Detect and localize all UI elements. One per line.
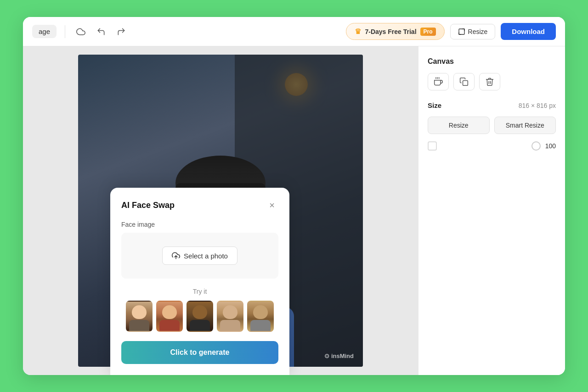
size-value: 816 × 816 px	[519, 102, 556, 109]
toolbar-divider	[65, 25, 65, 38]
size-row: Size 816 × 816 px	[428, 101, 556, 109]
resize-button[interactable]: Resize	[450, 24, 496, 39]
sample-face-3[interactable]	[187, 301, 213, 332]
photo-upload-area[interactable]: Select a photo	[121, 233, 278, 279]
watermark: ⊙ insMind	[324, 353, 354, 359]
main-content: ⊙ insMind AI Face Swap × Face image	[23, 46, 565, 375]
try-it-label: Try it	[121, 288, 278, 295]
modal-close-button[interactable]: ×	[266, 199, 278, 212]
crown-icon: ♛	[355, 27, 361, 36]
canvas-actions	[428, 73, 556, 90]
opacity-circle	[531, 141, 541, 151]
download-button[interactable]: Download	[501, 23, 556, 40]
trial-badge[interactable]: ♛ 7-Days Free Trial Pro	[346, 23, 444, 40]
sample-face-4[interactable]	[217, 301, 243, 332]
right-panel: Canvas	[418, 46, 565, 375]
upload-icon	[172, 252, 180, 260]
canvas-action-duplicate[interactable]	[453, 73, 475, 90]
save-cloud-button[interactable]	[74, 24, 88, 39]
opacity-control: 100	[428, 141, 556, 151]
opacity-value: 100	[545, 142, 556, 150]
size-label: Size	[428, 101, 441, 109]
sample-face-2[interactable]	[156, 301, 183, 332]
canvas-area: ⊙ insMind AI Face Swap × Face image	[23, 46, 418, 375]
sample-face-1[interactable]	[126, 301, 153, 332]
toolbar: age ♛ 7-Days Free Trial Pro	[23, 17, 565, 46]
redo-button[interactable]	[114, 24, 129, 39]
trial-text: 7-Days Free Trial	[365, 28, 416, 35]
resize-option-button[interactable]: Resize	[428, 117, 490, 134]
svg-rect-23	[463, 81, 468, 86]
sample-faces	[121, 301, 278, 332]
canvas-action-pin[interactable]	[428, 73, 449, 90]
undo-button[interactable]	[94, 24, 108, 39]
modal-title: AI Face Swap	[121, 201, 175, 210]
checkbox[interactable]	[428, 141, 437, 151]
generate-button[interactable]: Click to generate	[121, 341, 278, 364]
pro-label: Pro	[420, 28, 436, 36]
face-image-label: Face image	[121, 221, 278, 228]
modal-header: AI Face Swap ×	[121, 199, 278, 212]
canvas-section-title: Canvas	[428, 57, 556, 66]
select-photo-button[interactable]: Select a photo	[162, 246, 237, 265]
ai-face-swap-modal: AI Face Swap × Face image Select a photo	[110, 188, 289, 375]
sample-face-5[interactable]	[247, 301, 274, 332]
page-label: age	[32, 25, 57, 38]
canvas-action-delete[interactable]	[479, 73, 500, 90]
resize-options: Resize Smart Resize	[428, 117, 556, 134]
svg-rect-0	[459, 29, 464, 34]
select-photo-label: Select a photo	[184, 252, 228, 260]
smart-resize-button[interactable]: Smart Resize	[494, 117, 556, 134]
